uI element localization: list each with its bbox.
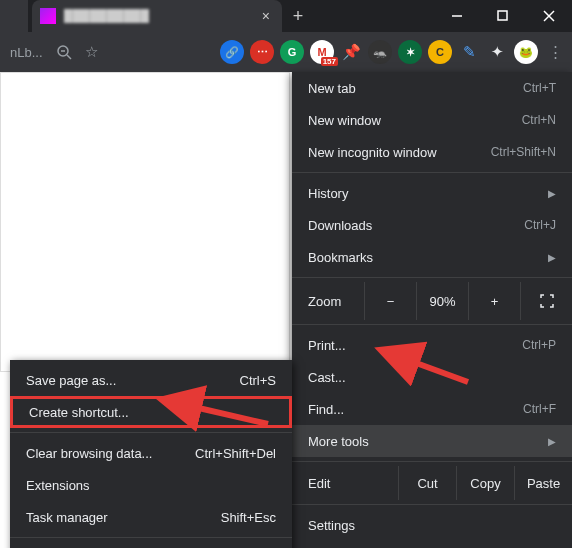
submenu-extensions[interactable]: Extensions bbox=[10, 469, 292, 501]
edit-label: Edit bbox=[292, 466, 398, 500]
extensions-puzzle-icon[interactable]: ✦ bbox=[486, 41, 508, 63]
svg-line-5 bbox=[67, 55, 71, 59]
submenu-task-manager[interactable]: Task managerShift+Esc bbox=[10, 501, 292, 533]
extension-icon[interactable]: G bbox=[280, 40, 304, 64]
submenu-create-shortcut[interactable]: Create shortcut... bbox=[10, 396, 292, 428]
chevron-right-icon: ▶ bbox=[548, 188, 556, 199]
submenu-clear-data[interactable]: Clear browsing data...Ctrl+Shift+Del bbox=[10, 437, 292, 469]
menu-downloads[interactable]: DownloadsCtrl+J bbox=[292, 209, 572, 241]
svg-rect-1 bbox=[498, 11, 507, 20]
zoom-icon[interactable] bbox=[53, 41, 75, 63]
browser-tab[interactable]: ██████████ × bbox=[32, 0, 282, 32]
zoom-in-button[interactable]: + bbox=[468, 282, 520, 320]
window-maximize-button[interactable] bbox=[480, 0, 526, 32]
fullscreen-button[interactable] bbox=[520, 282, 572, 320]
menu-find[interactable]: Find...Ctrl+F bbox=[292, 393, 572, 425]
submenu-save-page[interactable]: Save page as...Ctrl+S bbox=[10, 364, 292, 396]
menu-separator bbox=[292, 172, 572, 173]
tab-title: ██████████ bbox=[64, 9, 250, 23]
menu-bookmarks[interactable]: Bookmarks▶ bbox=[292, 241, 572, 273]
extension-icon[interactable]: C bbox=[428, 40, 452, 64]
extension-icon[interactable]: ✎ bbox=[458, 41, 480, 63]
tab-edge bbox=[0, 0, 28, 32]
menu-separator bbox=[10, 537, 292, 538]
menu-history[interactable]: History▶ bbox=[292, 177, 572, 209]
menu-print[interactable]: Print...Ctrl+P bbox=[292, 329, 572, 361]
new-tab-button[interactable]: + bbox=[282, 0, 314, 32]
kebab-menu-icon[interactable]: ⋮ bbox=[544, 41, 566, 63]
page-content bbox=[0, 72, 290, 372]
more-tools-submenu: Save page as...Ctrl+S Create shortcut...… bbox=[10, 360, 292, 548]
chevron-right-icon: ▶ bbox=[548, 436, 556, 447]
zoom-value: 90% bbox=[416, 282, 468, 320]
menu-more-tools[interactable]: More tools▶ bbox=[292, 425, 572, 457]
menu-zoom-row: Zoom − 90% + bbox=[292, 282, 572, 320]
extension-gmail-icon[interactable]: M157 bbox=[310, 40, 334, 64]
menu-help[interactable]: Help▶ bbox=[292, 541, 572, 548]
menu-separator bbox=[10, 432, 292, 433]
cut-button[interactable]: Cut bbox=[398, 466, 456, 500]
menu-edit-row: Edit Cut Copy Paste bbox=[292, 466, 572, 500]
chevron-right-icon: ▶ bbox=[548, 252, 556, 263]
submenu-developer-tools[interactable]: Developer toolsCtrl+Shift+I bbox=[10, 542, 292, 548]
zoom-label: Zoom bbox=[292, 294, 364, 309]
bookmark-star-icon[interactable]: ☆ bbox=[81, 41, 103, 63]
extension-icon[interactable]: 🦡 bbox=[368, 40, 392, 64]
menu-settings[interactable]: Settings bbox=[292, 509, 572, 541]
copy-button[interactable]: Copy bbox=[456, 466, 514, 500]
menu-cast[interactable]: Cast... bbox=[292, 361, 572, 393]
window-minimize-button[interactable] bbox=[434, 0, 480, 32]
menu-new-window[interactable]: New windowCtrl+N bbox=[292, 104, 572, 136]
menu-new-incognito[interactable]: New incognito windowCtrl+Shift+N bbox=[292, 136, 572, 168]
profile-avatar[interactable]: 🐸 bbox=[514, 40, 538, 64]
extension-icon[interactable]: ⋯ bbox=[250, 40, 274, 64]
extension-icon[interactable]: 🔗 bbox=[220, 40, 244, 64]
zoom-out-button[interactable]: − bbox=[364, 282, 416, 320]
menu-separator bbox=[292, 277, 572, 278]
chrome-main-menu: New tabCtrl+T New windowCtrl+N New incog… bbox=[292, 72, 572, 548]
window-titlebar: ██████████ × + bbox=[0, 0, 572, 32]
pin-icon[interactable]: 📌 bbox=[340, 41, 362, 63]
menu-new-tab[interactable]: New tabCtrl+T bbox=[292, 72, 572, 104]
titlebar-spacer bbox=[314, 0, 434, 32]
tab-close-icon[interactable]: × bbox=[258, 8, 274, 24]
menu-separator bbox=[292, 324, 572, 325]
window-close-button[interactable] bbox=[526, 0, 572, 32]
paste-button[interactable]: Paste bbox=[514, 466, 572, 500]
tab-favicon bbox=[40, 8, 56, 24]
menu-separator bbox=[292, 504, 572, 505]
extension-icon[interactable]: ✶ bbox=[398, 40, 422, 64]
menu-separator bbox=[292, 461, 572, 462]
badge-count: 157 bbox=[321, 57, 338, 66]
browser-toolbar: nLb... ☆ 🔗 ⋯ G M157 📌 🦡 ✶ C ✎ ✦ 🐸 ⋮ bbox=[0, 32, 572, 72]
address-fragment: nLb... bbox=[6, 45, 47, 60]
